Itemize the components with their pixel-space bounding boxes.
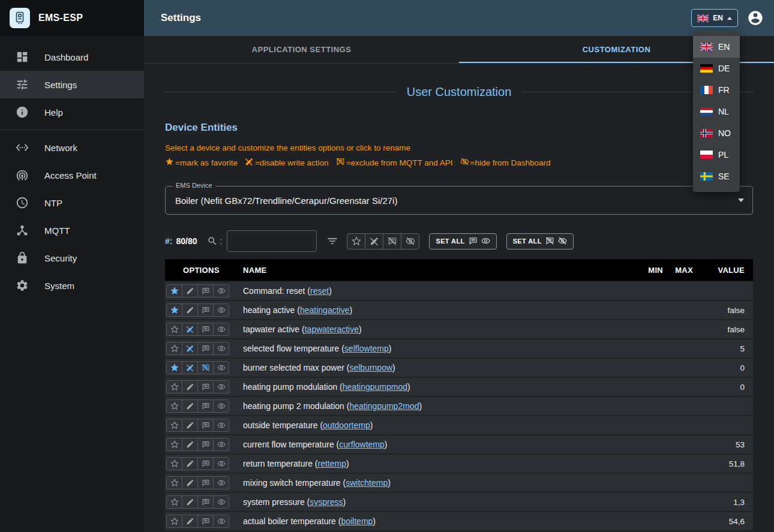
- language-option-de[interactable]: DE: [693, 58, 740, 79]
- entity-name[interactable]: outside temperature (outdoortemp): [238, 420, 628, 430]
- entity-name[interactable]: selected flow temperature (selflowtemp): [238, 344, 628, 353]
- entity-name[interactable]: heating active (heatingactive): [238, 305, 628, 315]
- entity-name[interactable]: Command: reset (reset): [238, 286, 628, 296]
- sidebar-item-ntp[interactable]: NTP: [0, 189, 144, 217]
- entity-shortname-link[interactable]: heatingactive: [300, 305, 350, 315]
- entity-shortname-link[interactable]: switchtemp: [346, 478, 388, 488]
- hide-toggle[interactable]: [213, 284, 229, 297]
- search-input[interactable]: [227, 230, 317, 252]
- entity-name[interactable]: system pressure (syspress): [238, 497, 628, 507]
- language-option-pl[interactable]: PL: [693, 144, 740, 166]
- hide-toggle[interactable]: [213, 419, 229, 432]
- language-option-fr[interactable]: FR: [693, 79, 740, 101]
- favorite-toggle[interactable]: [166, 495, 182, 509]
- sidebar-item-mqtt[interactable]: MQTT: [0, 217, 144, 244]
- entity-name[interactable]: return temperature (rettemp): [238, 459, 628, 468]
- entity-shortname-link[interactable]: curflowtemp: [339, 440, 384, 449]
- hide-toggle[interactable]: [213, 399, 229, 413]
- entity-shortname-link[interactable]: rettemp: [318, 459, 346, 468]
- favorite-toggle[interactable]: [166, 457, 182, 470]
- favorite-toggle[interactable]: [166, 361, 182, 374]
- disable-write-toggle[interactable]: [182, 476, 198, 489]
- ems-device-select[interactable]: EMS Device Boiler (Nefit GBx72/Trendline…: [165, 186, 753, 215]
- set-all-exclude-button[interactable]: SET ALL: [506, 233, 574, 250]
- favorite-toggle[interactable]: [166, 303, 182, 317]
- favorite-toggle[interactable]: [166, 323, 182, 336]
- mqtt-exclude-toggle[interactable]: [197, 380, 214, 393]
- entity-shortname-link[interactable]: syspress: [310, 497, 343, 507]
- entity-shortname-link[interactable]: selflowtemp: [344, 344, 389, 353]
- mqtt-exclude-toggle[interactable]: [197, 284, 214, 297]
- entity-name[interactable]: mixing switch temperature (switchtemp): [238, 478, 628, 488]
- filter-list-icon[interactable]: [326, 235, 338, 247]
- sidebar-item-security[interactable]: Security: [0, 244, 144, 272]
- entity-name[interactable]: tapwater active (tapwateractive): [238, 324, 628, 334]
- favorite-toggle[interactable]: [166, 438, 182, 451]
- favorite-toggle[interactable]: [166, 419, 182, 432]
- disable-write-toggle[interactable]: [182, 284, 198, 297]
- favorite-toggle[interactable]: [166, 284, 182, 297]
- sidebar-item-settings[interactable]: Settings: [0, 71, 144, 98]
- language-option-nl[interactable]: NL: [693, 101, 740, 122]
- hide-toggle[interactable]: [213, 323, 229, 336]
- disable-write-toggle[interactable]: [182, 361, 198, 374]
- mqtt-exclude-toggle[interactable]: [197, 457, 214, 470]
- set-all-include-button[interactable]: SET ALL: [429, 233, 496, 250]
- hide-toggle[interactable]: [213, 361, 229, 374]
- mqtt-exclude-toggle[interactable]: [197, 342, 214, 355]
- entity-shortname-link[interactable]: heatingpump2mod: [349, 401, 419, 411]
- sidebar-item-help[interactable]: Help: [0, 98, 144, 126]
- favorite-toggle[interactable]: [166, 399, 182, 413]
- disable-write-toggle[interactable]: [182, 303, 198, 317]
- disable-write-toggle[interactable]: [182, 438, 198, 451]
- mqtt-exclude-toggle[interactable]: [197, 495, 214, 509]
- mqtt-exclude-toggle[interactable]: [197, 303, 214, 317]
- sidebar-item-network[interactable]: Network: [0, 134, 144, 161]
- disable-write-toggle[interactable]: [182, 380, 198, 393]
- sidebar-item-access-point[interactable]: Access Point: [0, 161, 144, 189]
- disable-write-toggle[interactable]: [182, 342, 198, 355]
- hide-toggle[interactable]: [213, 303, 229, 317]
- sidebar-item-dashboard[interactable]: Dashboard: [0, 43, 144, 71]
- entity-name[interactable]: actual boiler temperature (boiltemp): [238, 516, 628, 526]
- entity-shortname-link[interactable]: reset: [310, 286, 329, 296]
- sidebar-item-system[interactable]: System: [0, 272, 144, 299]
- hide-toggle[interactable]: [213, 380, 229, 393]
- filter-favorite-toggle[interactable]: [347, 233, 365, 250]
- disable-write-toggle[interactable]: [182, 323, 198, 336]
- entity-name[interactable]: burner selected max power (selburnpow): [238, 363, 628, 372]
- entity-shortname-link[interactable]: outdoortemp: [323, 420, 370, 430]
- favorite-toggle[interactable]: [166, 380, 182, 393]
- disable-write-toggle[interactable]: [182, 515, 198, 528]
- language-select-button[interactable]: EN: [691, 9, 738, 27]
- filter-mqtt-toggle[interactable]: [383, 233, 401, 250]
- disable-write-toggle[interactable]: [182, 419, 198, 432]
- mqtt-exclude-toggle[interactable]: [197, 323, 214, 336]
- hide-toggle[interactable]: [213, 438, 229, 451]
- entity-name[interactable]: current flow temperature (curflowtemp): [238, 440, 628, 449]
- entity-shortname-link[interactable]: tapwateractive: [305, 324, 359, 334]
- entity-shortname-link[interactable]: heatingpumpmod: [343, 382, 407, 392]
- tab-application-settings[interactable]: APPLICATION SETTINGS: [144, 36, 459, 63]
- hide-toggle[interactable]: [213, 476, 229, 489]
- language-option-se[interactable]: SE: [693, 166, 740, 187]
- favorite-toggle[interactable]: [166, 342, 182, 355]
- mqtt-exclude-toggle[interactable]: [197, 476, 214, 489]
- mqtt-exclude-toggle[interactable]: [197, 361, 214, 374]
- account-button[interactable]: [746, 9, 764, 27]
- mqtt-exclude-toggle[interactable]: [197, 419, 214, 432]
- mqtt-exclude-toggle[interactable]: [197, 399, 214, 413]
- mqtt-exclude-toggle[interactable]: [197, 438, 214, 451]
- filter-write-toggle[interactable]: [365, 233, 383, 250]
- filter-hide-toggle[interactable]: [401, 233, 419, 250]
- hide-toggle[interactable]: [213, 457, 229, 470]
- favorite-toggle[interactable]: [166, 476, 182, 489]
- hide-toggle[interactable]: [213, 515, 229, 528]
- language-option-en[interactable]: EN: [693, 36, 740, 58]
- hide-toggle[interactable]: [213, 495, 229, 509]
- entity-name[interactable]: heating pump 2 modulation (heatingpump2m…: [238, 401, 628, 411]
- favorite-toggle[interactable]: [166, 515, 182, 528]
- entity-shortname-link[interactable]: boiltemp: [341, 516, 373, 526]
- disable-write-toggle[interactable]: [182, 399, 198, 413]
- entity-shortname-link[interactable]: selburnpow: [349, 363, 392, 372]
